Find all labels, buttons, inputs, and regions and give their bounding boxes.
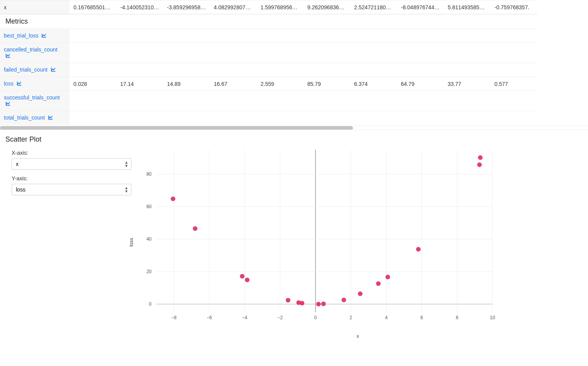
- metrics-section-header-row: Metrics: [0, 14, 537, 29]
- metric-value: [210, 91, 257, 111]
- scatter-point[interactable]: [416, 247, 421, 251]
- param-value: -4.140052310…: [116, 0, 163, 14]
- chart-line-icon: [17, 81, 22, 87]
- metric-link-cancelled-trials-count[interactable]: cancelled_trials_count: [4, 46, 58, 59]
- chart-line-icon: [5, 101, 11, 108]
- param-value: 0.1676855016…: [70, 0, 116, 14]
- scatter-point[interactable]: [385, 274, 390, 279]
- scatter-plot[interactable]: loss −8−6−4−20246810020406080 x: [133, 146, 583, 339]
- metric-value: [491, 91, 537, 111]
- metric-value: [257, 29, 303, 43]
- svg-text:2: 2: [349, 315, 352, 320]
- metric-link-total-trials-count[interactable]: total_trials_count: [4, 115, 53, 121]
- scatter-controls: X-axis: x ▲▼ Y-axis: loss ▲▼: [5, 146, 133, 201]
- metric-row-cancelled-trials-count: cancelled_trials_count: [0, 43, 537, 63]
- chart-line-icon: [51, 67, 56, 74]
- scatter-point[interactable]: [193, 226, 198, 231]
- metric-value: [350, 91, 397, 111]
- svg-text:10: 10: [490, 315, 495, 320]
- scatter-point[interactable]: [240, 274, 245, 279]
- scatter-point[interactable]: [316, 301, 321, 306]
- metric-row-total-trials-count: total_trials_count: [0, 111, 537, 125]
- metric-link-loss[interactable]: loss: [4, 80, 22, 87]
- x-axis-select-wrap: x ▲▼: [12, 158, 131, 170]
- scatter-point[interactable]: [321, 301, 326, 306]
- metric-value: 0.028: [70, 77, 116, 91]
- scatter-point[interactable]: [286, 298, 290, 302]
- metric-value: [444, 29, 491, 43]
- metric-value: [491, 43, 537, 63]
- metric-link-best-trial-loss[interactable]: best_trial_loss: [4, 32, 47, 39]
- scatter-point[interactable]: [245, 277, 249, 282]
- scatter-x-axis-title: x: [133, 333, 583, 339]
- metric-value: [210, 29, 257, 43]
- svg-text:−6: −6: [207, 315, 212, 320]
- metric-value: 64.79: [397, 77, 444, 91]
- scatter-point[interactable]: [358, 291, 363, 296]
- scatter-plot-title: Scatter Plot: [0, 133, 588, 146]
- scatter-svg: −8−6−4−20246810020406080: [133, 146, 500, 324]
- svg-text:60: 60: [147, 204, 152, 209]
- metric-link-failed-trials-count[interactable]: failed_trials_count: [4, 67, 56, 73]
- metric-value: [350, 43, 397, 63]
- scatter-point[interactable]: [477, 162, 482, 167]
- metric-row-best-trial-loss: best_trial_loss: [0, 29, 537, 43]
- param-value: 4.0829928071…: [210, 0, 257, 14]
- scatter-plot-section: Scatter Plot X-axis: x ▲▼ Y-axis: loss ▲…: [0, 130, 588, 339]
- svg-text:20: 20: [147, 269, 152, 274]
- metric-value: [116, 43, 163, 63]
- metric-value: [397, 91, 444, 111]
- metric-value: [303, 91, 350, 111]
- metric-link-successful-trials-count[interactable]: successful_trials_count: [4, 94, 60, 107]
- metric-value: [70, 111, 116, 125]
- param-row-label: x: [0, 0, 70, 14]
- metric-row-label: best_trial_loss: [0, 29, 70, 43]
- metric-value: 0.577: [491, 77, 537, 91]
- metric-value: [444, 111, 491, 125]
- param-value: 2.5247211806…: [350, 0, 397, 14]
- metric-value: 85.79: [303, 77, 350, 91]
- metric-value: [70, 63, 116, 77]
- metric-value: 14.89: [163, 77, 210, 91]
- svg-text:4: 4: [385, 315, 388, 320]
- x-axis-label: X-axis:: [12, 150, 133, 156]
- scatter-point[interactable]: [376, 281, 381, 286]
- y-axis-label: Y-axis:: [12, 175, 133, 181]
- metric-value: [397, 29, 444, 43]
- metric-value: [70, 91, 116, 111]
- param-value: -0.759768357.: [491, 0, 537, 14]
- svg-text:8: 8: [456, 315, 458, 320]
- param-value: -8.048976744…: [397, 0, 444, 14]
- param-value: -3.859296958…: [163, 0, 210, 14]
- y-axis-select[interactable]: loss: [12, 184, 131, 195]
- horizontal-scrollbar-thumb[interactable]: [0, 126, 353, 130]
- chart-line-icon: [5, 53, 11, 60]
- scatter-point[interactable]: [297, 300, 301, 305]
- metric-value: [210, 111, 257, 125]
- scatter-point[interactable]: [341, 298, 346, 302]
- metric-value: [257, 43, 303, 63]
- metric-row-label: failed_trials_count: [0, 63, 70, 77]
- svg-text:40: 40: [147, 236, 152, 242]
- metric-row-successful-trials-count: successful_trials_count: [0, 91, 537, 111]
- svg-text:−2: −2: [278, 315, 283, 320]
- metrics-section-header: Metrics: [0, 14, 537, 29]
- metric-value: [303, 29, 350, 43]
- metric-value: [350, 111, 397, 125]
- metric-value: [491, 111, 537, 125]
- metric-value: [257, 63, 303, 77]
- param-value: 9.2620968368…: [303, 0, 350, 14]
- metric-row-failed-trials-count: failed_trials_count: [0, 63, 537, 77]
- svg-text:−4: −4: [242, 315, 247, 320]
- scatter-point[interactable]: [171, 196, 176, 201]
- x-axis-select[interactable]: x: [12, 158, 131, 170]
- metric-row-label: successful_trials_count: [0, 91, 70, 111]
- metric-row-label: loss: [0, 77, 70, 91]
- scatter-y-axis-title: loss: [128, 238, 134, 246]
- scatter-point[interactable]: [478, 155, 482, 160]
- y-axis-select-wrap: loss ▲▼: [12, 184, 131, 195]
- metric-value: [444, 91, 491, 111]
- svg-text:6: 6: [420, 315, 423, 320]
- metric-value: [350, 63, 397, 77]
- metric-value: [210, 43, 257, 63]
